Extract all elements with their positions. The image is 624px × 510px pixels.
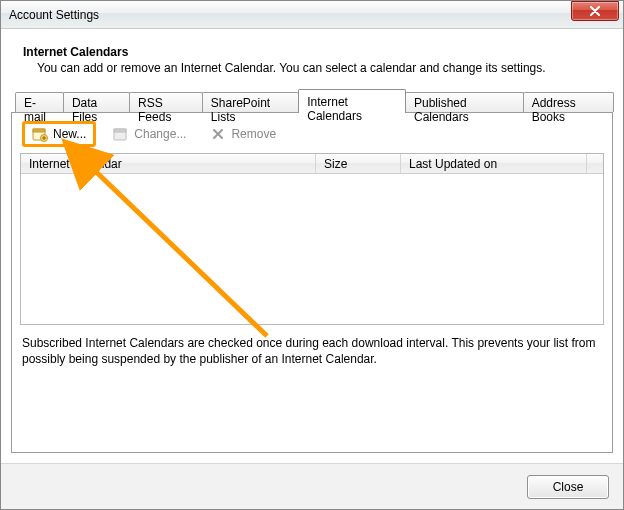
close-button[interactable]: Close [527,475,609,499]
dialog-content: Internet Calendars You can add or remove… [1,29,623,463]
page-title: Internet Calendars [23,45,609,59]
calendar-change-icon [113,126,129,142]
window-close-button[interactable] [571,1,619,21]
close-icon [587,3,603,19]
tab-email[interactable]: E-mail [15,92,64,112]
column-header-spacer [587,154,603,173]
page-subtitle: You can add or remove an Internet Calend… [23,61,609,75]
highlight-frame: New... [22,121,96,147]
footer-note: Subscribed Internet Calendars are checke… [20,325,604,367]
tab-published-calendars[interactable]: Published Calendars [405,92,524,112]
tab-sharepoint-lists[interactable]: SharePoint Lists [202,92,299,112]
dialog-footer: Close [1,463,623,509]
window-title: Account Settings [9,8,571,22]
dialog-header: Internet Calendars You can add or remove… [11,37,613,89]
calendar-new-icon [32,126,48,142]
table-body-empty [21,174,603,324]
new-button-label: New... [53,127,86,141]
svg-rect-4 [114,129,126,132]
new-button[interactable]: New... [25,124,93,144]
close-button-label: Close [553,480,584,494]
titlebar: Account Settings [1,1,623,29]
tab-panel-internet-calendars: New... Change... [11,112,613,453]
remove-button-label: Remove [231,127,276,141]
remove-icon [210,126,226,142]
svg-rect-1 [33,129,45,132]
change-button: Change... [106,123,193,145]
tabstrip: E-mail Data Files RSS Feeds SharePoint L… [11,89,613,112]
column-header-updated[interactable]: Last Updated on [401,154,587,173]
tab-rss-feeds[interactable]: RSS Feeds [129,92,203,112]
tab-address-books[interactable]: Address Books [523,92,614,112]
tab-data-files[interactable]: Data Files [63,92,130,112]
toolbar: New... Change... [20,119,604,153]
tab-internet-calendars[interactable]: Internet Calendars [298,89,406,113]
column-header-size[interactable]: Size [316,154,401,173]
column-header-name[interactable]: Internet Calendar [21,154,316,173]
change-button-label: Change... [134,127,186,141]
calendars-table: Internet Calendar Size Last Updated on [20,153,604,325]
account-settings-dialog: Account Settings Internet Calendars You … [0,0,624,510]
remove-button: Remove [203,123,283,145]
column-headers: Internet Calendar Size Last Updated on [21,154,603,174]
